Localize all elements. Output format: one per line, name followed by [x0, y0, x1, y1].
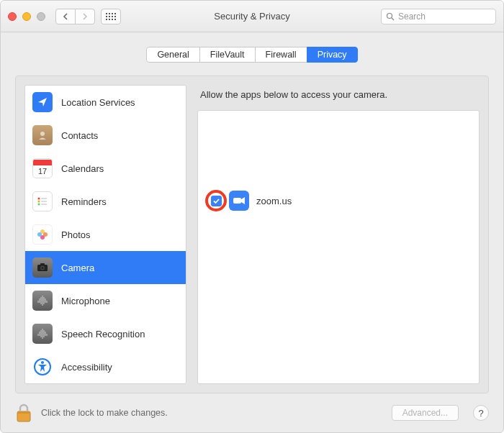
svg-rect-36	[17, 411, 30, 414]
show-all-button[interactable]	[101, 9, 121, 24]
svg-point-0	[387, 13, 392, 18]
svg-line-1	[392, 18, 394, 20]
svg-rect-16	[40, 263, 45, 265]
sidebar-item-label: Microphone	[61, 296, 110, 306]
back-button[interactable]	[55, 9, 76, 24]
tab-privacy[interactable]: Privacy	[307, 47, 358, 63]
window-controls	[8, 12, 45, 21]
search-field[interactable]	[381, 9, 496, 24]
close-window-button[interactable]	[8, 12, 17, 21]
sidebar-item-label: Calendars	[61, 163, 104, 174]
sidebar-item-calendars[interactable]: 17 Calendars	[25, 152, 186, 185]
search-input[interactable]	[398, 12, 491, 22]
check-icon	[212, 197, 220, 205]
window-body: General FileVault Firewall Privacy Locat…	[1, 32, 503, 393]
sidebar-item-label: Contacts	[61, 130, 98, 141]
detail-pane: Allow the apps below to access your came…	[197, 85, 480, 384]
sidebar-item-photos[interactable]: Photos	[25, 218, 186, 251]
location-icon	[32, 92, 53, 112]
photos-icon	[32, 224, 53, 245]
sidebar-item-microphone[interactable]: Microphone	[25, 284, 186, 317]
window-title: Security & Privacy	[214, 11, 289, 22]
speech-icon	[32, 324, 53, 344]
nav-buttons	[55, 9, 95, 24]
sidebar-item-camera[interactable]: Camera	[25, 251, 186, 284]
security-privacy-window: Security & Privacy General FileVault Fir…	[0, 0, 504, 433]
content-area: Location Services Contacts 17 Calendars	[15, 76, 489, 393]
sidebar-item-contacts[interactable]: Contacts	[25, 119, 186, 152]
sidebar-item-speech-recognition[interactable]: Speech Recognition	[25, 317, 186, 350]
sidebar-item-label: Accessibility	[61, 362, 112, 373]
help-button[interactable]: ?	[473, 405, 489, 421]
tab-general[interactable]: General	[146, 47, 199, 63]
forward-button[interactable]	[75, 9, 95, 24]
sidebar-item-label: Camera	[61, 263, 94, 273]
sidebar-item-reminders[interactable]: Reminders	[25, 185, 186, 218]
accessibility-icon	[32, 357, 53, 377]
reminders-icon	[32, 191, 53, 211]
app-name: zoom.us	[256, 196, 292, 206]
app-row-zoom[interactable]: zoom.us	[198, 186, 479, 215]
svg-point-7	[38, 204, 40, 206]
chevron-left-icon	[63, 13, 68, 20]
svg-point-2	[40, 132, 45, 136]
privacy-category-list[interactable]: Location Services Contacts 17 Calendars	[24, 85, 186, 384]
svg-point-15	[42, 267, 44, 269]
app-permission-list[interactable]: zoom.us	[197, 110, 480, 384]
sidebar-item-label: Location Services	[61, 97, 135, 108]
pane-description: Allow the apps below to access your came…	[200, 89, 477, 100]
search-icon	[386, 12, 395, 21]
maximize-window-button[interactable]	[37, 12, 45, 21]
tab-filevault[interactable]: FileVault	[199, 47, 256, 63]
lock-hint-text: Click the lock to make changes.	[41, 408, 168, 418]
minimize-window-button[interactable]	[22, 12, 31, 21]
calendar-icon: 17	[32, 158, 53, 178]
svg-point-12	[37, 232, 42, 237]
sidebar-item-label: Photos	[61, 229, 90, 240]
svg-point-5	[38, 201, 40, 203]
contacts-icon	[32, 125, 53, 145]
sidebar-item-location-services[interactable]: Location Services	[25, 86, 186, 119]
chevron-right-icon	[82, 13, 88, 20]
video-icon	[229, 191, 249, 211]
footer: Click the lock to make changes. Advanced…	[1, 393, 503, 432]
sidebar-item-label: Speech Recognition	[61, 329, 145, 339]
sidebar-item-accessibility[interactable]: Accessibility	[25, 350, 186, 383]
tab-firewall[interactable]: Firewall	[255, 47, 307, 63]
svg-rect-34	[233, 198, 241, 204]
svg-point-33	[41, 361, 44, 364]
microphone-icon	[32, 291, 53, 311]
lock-icon[interactable]	[15, 403, 32, 423]
title-bar: Security & Privacy	[1, 1, 503, 32]
camera-icon	[32, 257, 53, 278]
svg-point-3	[38, 198, 40, 200]
advanced-button[interactable]: Advanced...	[392, 405, 459, 421]
sidebar-item-label: Reminders	[61, 196, 107, 207]
app-checkbox[interactable]	[211, 196, 222, 206]
tab-bar: General FileVault Firewall Privacy	[15, 47, 489, 63]
grid-icon	[106, 13, 116, 20]
